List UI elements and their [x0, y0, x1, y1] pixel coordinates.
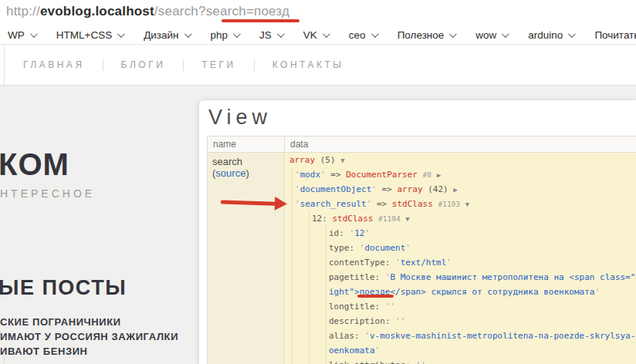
bookmark-label: ceo — [349, 29, 366, 41]
dump-line: array (5) ▼ — [285, 153, 636, 167]
nav-item-1[interactable]: ГЛАВНАЯ — [23, 59, 85, 70]
row-name-close: ) — [245, 167, 249, 179]
source-link[interactable]: source — [215, 167, 245, 179]
indent-guide — [292, 167, 293, 364]
bookmark-item[interactable]: Почитать потом — [594, 29, 636, 41]
chevron-down-icon — [277, 30, 285, 38]
bookmark-label: Почитать потом — [594, 29, 636, 41]
dump-token: 12 — [354, 228, 364, 238]
bookmark-item[interactable]: VK — [303, 29, 328, 41]
dump-token: stdClass — [333, 214, 374, 224]
dump-line: longtitle: '' — [285, 299, 636, 314]
dump-row-data-cell: array (5) ▼'modx' => DocumentParser #8 ▶… — [285, 153, 636, 364]
url-protocol: http:// — [6, 4, 40, 19]
bookmark-item[interactable]: ceo — [349, 29, 377, 41]
dump-token: documentObject — [300, 184, 372, 194]
dump-token: (42) — [423, 184, 454, 194]
dump-token: ' — [405, 243, 411, 253]
nav-item-2[interactable]: БЛОГИ — [121, 59, 166, 70]
dump-table-row: search (source) array (5) ▼'modx' => Doc… — [208, 153, 636, 364]
dump-line: oenkomata' — [285, 343, 636, 358]
bookmark-label: WP — [8, 29, 25, 41]
dump-token: (5) — [315, 155, 340, 165]
collapse-toggle-icon[interactable]: ▼ — [340, 157, 344, 164]
bookmark-label: arduino — [528, 29, 563, 41]
annotation-arrow-head — [275, 197, 288, 211]
bookmark-item[interactable]: HTML+CSS — [56, 29, 123, 41]
column-header-name: name — [208, 136, 285, 152]
chevron-down-icon — [233, 30, 241, 38]
chevron-down-icon — [568, 30, 576, 38]
dump-line: 'documentObject' => array (42) ▶ — [285, 182, 636, 197]
dump-token: => — [371, 199, 392, 209]
post-link[interactable]: ИВАЮТ БЕНЗИН — [0, 344, 178, 359]
post-link[interactable]: СКИЕ ПОГРАНИЧНИКИ — [0, 315, 178, 329]
expand-toggle-icon[interactable]: ▶ — [453, 186, 457, 194]
bookmark-item[interactable]: Дизайн — [144, 29, 189, 41]
indent-guide — [309, 211, 310, 364]
bookmark-item[interactable]: JS — [259, 29, 282, 41]
bookmarks-bar: WPHTML+CSSДизайнphpJSVKceoПолезноеwoward… — [8, 26, 636, 43]
nav-separator — [254, 59, 255, 71]
dump-token: stdClass — [392, 199, 433, 209]
dump-token: В Москве машинист метрополитена на <span… — [390, 272, 636, 282]
dump-token — [460, 199, 465, 209]
site-tagline: НТЕРЕСНОЕ — [0, 187, 95, 200]
dump-token — [431, 170, 437, 180]
indent-guide — [326, 226, 326, 364]
dump-line: 12: stdClass #1194 ▼ — [285, 211, 636, 226]
nav-item-3[interactable]: ТЕГИ — [201, 59, 235, 70]
dump-token: longtitle: — [329, 302, 385, 312]
bookmark-item[interactable]: Полезное — [398, 29, 455, 41]
annotation-url-underline — [222, 19, 299, 22]
dump-token — [418, 170, 423, 180]
chevron-down-icon — [502, 30, 509, 38]
bookmark-item[interactable]: arduino — [528, 29, 573, 41]
dump-token: array — [289, 155, 315, 165]
bookmark-label: JS — [259, 29, 272, 41]
dump-token: ' — [295, 184, 300, 194]
column-header-data: data — [285, 136, 313, 152]
site-nav: ГЛАВНАЯБЛОГИТЕГИКОНТАКТЫ — [23, 57, 343, 72]
annotation-arrow-shaft — [221, 200, 276, 206]
dump-token: '' — [395, 316, 405, 326]
site-logo[interactable]: КОМ — [0, 147, 69, 182]
dump-token: DocumentParser — [346, 170, 418, 180]
dump-token: search_result — [300, 199, 367, 209]
expand-toggle-icon[interactable]: ▶ — [437, 171, 441, 179]
collapse-toggle-icon[interactable]: ▼ — [405, 215, 409, 223]
bookmark-item[interactable]: php — [211, 29, 239, 41]
panel-title: View — [208, 106, 272, 130]
dump-token: ' — [295, 199, 300, 209]
chevron-down-icon — [184, 30, 192, 38]
chevron-down-icon — [30, 30, 38, 38]
chevron-down-icon — [117, 30, 125, 38]
address-bar[interactable]: http://evoblog.localhost/search?search=п… — [6, 4, 289, 19]
dump-line: 'modx' => DocumentParser #8 ▶ — [285, 167, 636, 182]
dump-line: link_attributes: '' — [285, 358, 636, 364]
nav-item-4[interactable]: КОНТАКТЫ — [272, 59, 344, 70]
collapse-toggle-icon[interactable]: ▼ — [465, 201, 469, 208]
dump-token: ' — [395, 258, 401, 268]
bookmark-item[interactable]: wow — [475, 29, 507, 41]
dump-token: document — [364, 243, 405, 253]
bookmark-item[interactable]: WP — [8, 29, 36, 41]
dump-token: contentType: — [329, 258, 395, 268]
dump-token: ' — [375, 345, 381, 356]
dump-token: alias: — [329, 331, 364, 341]
dump-token: array — [397, 184, 422, 194]
bookmarks-bar-divider — [0, 44, 636, 45]
debug-view-panel: View name data search (source) array (5)… — [199, 100, 636, 364]
dump-token: link_attributes: — [329, 360, 416, 364]
dump-token: ' — [295, 170, 300, 180]
dump-token: type: — [329, 243, 360, 253]
dump-line: ight">поезде</span> скрылся от сотрудник… — [285, 285, 636, 299]
bookmark-label: Дизайн — [144, 29, 178, 41]
dump-token: ' — [594, 287, 600, 297]
dump-token: ' — [364, 228, 370, 238]
post-link[interactable]: ИМАЮТ У РОССИЯН ЗАЖИГАЛКИ — [0, 329, 178, 344]
chevron-down-icon — [449, 30, 457, 38]
dump-token: id: — [329, 228, 350, 238]
annotation-word-underline — [357, 295, 394, 298]
nav-separator — [103, 59, 103, 71]
